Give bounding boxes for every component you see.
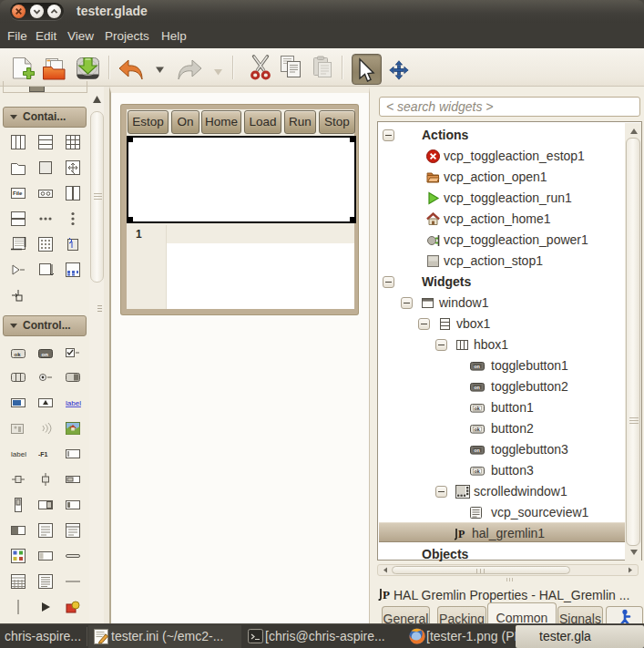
svg-text:on: on xyxy=(474,447,480,453)
svg-text:label: label xyxy=(66,399,81,407)
svg-text:on: on xyxy=(42,352,49,357)
svg-text:-F1: -F1 xyxy=(38,451,48,458)
svg-text:P: P xyxy=(383,588,390,602)
svg-text:on: on xyxy=(474,385,480,390)
svg-text:File: File xyxy=(13,190,23,196)
svg-text:ok: ok xyxy=(474,406,479,411)
svg-text:label: label xyxy=(11,450,26,458)
svg-text:ok: ok xyxy=(474,427,479,432)
svg-text:on: on xyxy=(474,364,480,369)
svg-text:ok: ok xyxy=(15,352,22,357)
svg-text:ok: ok xyxy=(474,468,479,474)
svg-text:P: P xyxy=(458,528,465,540)
